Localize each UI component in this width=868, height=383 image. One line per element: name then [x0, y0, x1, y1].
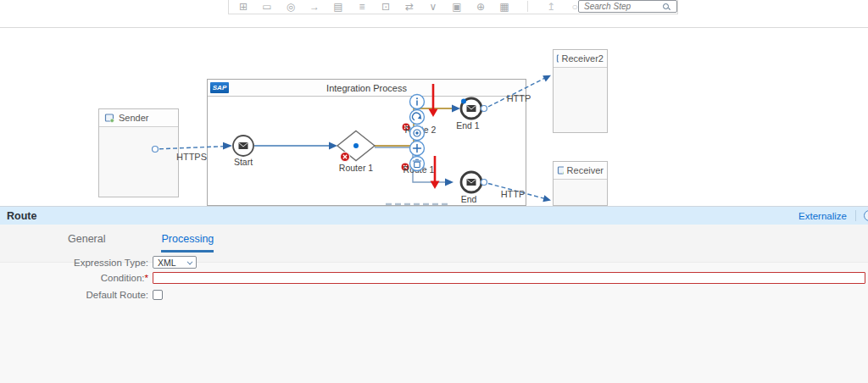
participant-icon[interactable]: ▭ — [261, 2, 273, 12]
palette-toolbar: ⊞ ▭ ◎ → ▤ ≡ ⊡ ⇄ ∨ ▣ ⊕ ▦ ↥ ○ ↻ — [228, 0, 678, 14]
panel-header: Route Externalize — [0, 207, 868, 225]
header-separator — [855, 210, 856, 221]
tab-processing[interactable]: Processing — [161, 233, 214, 253]
external-call-icon[interactable]: ⊡ — [380, 2, 392, 12]
add-pool-icon[interactable]: ⊞ — [237, 2, 249, 12]
expression-type-label: Expression Type: — [0, 258, 153, 268]
splitter-icon[interactable]: ∨ — [427, 2, 439, 12]
chevron-down-icon — [186, 260, 192, 264]
toolbar-separator — [527, 1, 528, 12]
tab-general[interactable]: General — [68, 233, 105, 250]
help-icon[interactable] — [864, 210, 868, 221]
content-modifier-icon[interactable]: ≡ — [356, 2, 368, 12]
security-icon[interactable]: ⊕ — [475, 2, 487, 12]
participant-icon — [556, 53, 559, 64]
search-step-box[interactable] — [578, 0, 677, 13]
panel-title: Route — [7, 210, 36, 222]
router-icon[interactable]: ⇄ — [403, 2, 415, 12]
expression-type-row: Expression Type: XML — [0, 256, 197, 269]
participant-icon — [104, 113, 114, 123]
https-label: HTTPS — [176, 152, 207, 162]
condition-label: Condition:* — [0, 273, 153, 283]
default-route-row: Default Route: — [0, 290, 163, 300]
condition-input[interactable] — [153, 272, 865, 284]
mapping-icon[interactable]: ▣ — [451, 2, 463, 12]
participant-icon — [557, 165, 564, 175]
upload-icon[interactable]: ↥ — [545, 2, 557, 12]
expression-type-select[interactable]: XML — [153, 256, 197, 269]
receiver2-label: Receiver2 — [561, 53, 604, 64]
flow-canvas[interactable]: Sender Receiver2 Receiver — [0, 28, 868, 206]
search-icon[interactable] — [662, 3, 670, 11]
receiver2-participant[interactable]: Receiver2 — [553, 49, 608, 133]
receiver-label: Receiver — [567, 165, 604, 175]
condition-row: Condition:* — [0, 272, 865, 284]
default-route-label: Default Route: — [0, 290, 153, 300]
note-icon[interactable]: ▤ — [332, 2, 344, 12]
process-icon[interactable]: ◎ — [285, 2, 297, 12]
cpi-flow-editor: ⊞ ▭ ◎ → ▤ ≡ ⊡ ⇄ ∨ ▣ ⊕ ▦ ↥ ○ ↻ — [0, 0, 868, 383]
sender-label: Sender — [119, 113, 148, 123]
externalize-link[interactable]: Externalize — [798, 211, 847, 221]
required-marker: * — [145, 273, 148, 283]
sender-participant[interactable]: Sender — [98, 108, 179, 197]
palette-icon-group: ⊞ ▭ ◎ → ▤ ≡ ⊡ ⇄ ∨ ▣ ⊕ ▦ ↥ ○ ↻ — [237, 1, 604, 12]
default-route-checkbox[interactable] — [153, 290, 163, 300]
persistence-icon[interactable]: ▦ — [498, 2, 510, 12]
search-step-input[interactable] — [584, 2, 662, 11]
integration-process-pool[interactable]: SAP Integration Process — [207, 79, 526, 206]
connector-icon[interactable]: → — [309, 2, 320, 12]
receiver-participant[interactable]: Receiver — [553, 161, 608, 206]
expression-type-value: XML — [158, 258, 176, 268]
integration-process-title: Integration Process — [208, 83, 526, 93]
route-properties-panel: Route Externalize General Processing Exp… — [0, 206, 868, 383]
